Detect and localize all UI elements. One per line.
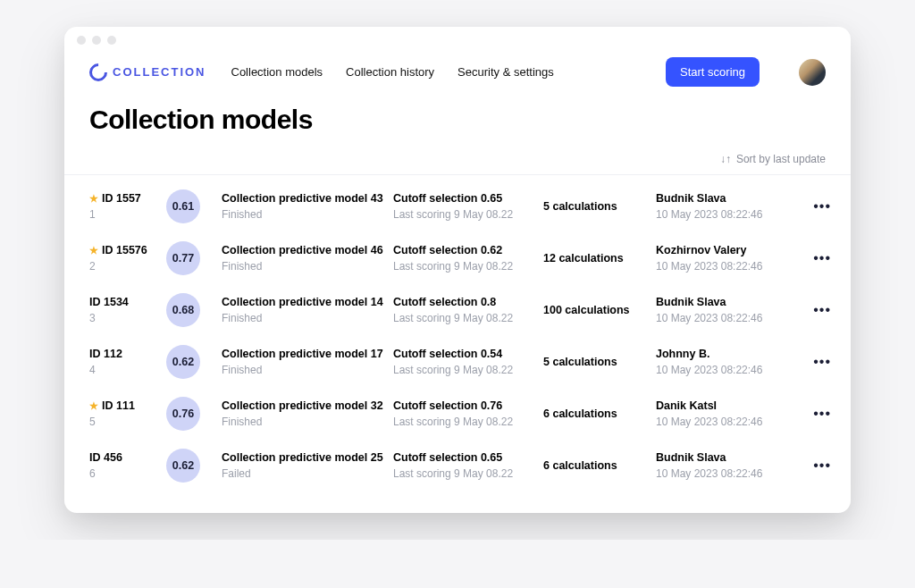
more-icon[interactable]: ••• <box>806 458 831 474</box>
owner-name: Kozhirnov Valery <box>656 244 799 256</box>
more-icon[interactable]: ••• <box>806 198 831 214</box>
top-nav: COLLECTION Collection models Collection … <box>64 50 851 99</box>
window-control-close[interactable] <box>77 36 86 45</box>
nav-collection-models[interactable]: Collection models <box>231 65 323 79</box>
more-icon[interactable]: ••• <box>806 354 831 370</box>
model-name: Collection predictive model 17 <box>222 348 386 360</box>
table-row[interactable]: ID 112 4 0.62 Collection predictive mode… <box>64 336 851 388</box>
model-id: ID 111 <box>102 399 135 412</box>
app-window: COLLECTION Collection models Collection … <box>64 27 851 513</box>
owner-name: Budnik Slava <box>656 296 799 308</box>
cutoff-cell: Cutoff selection 0.65 Last scoring 9 May… <box>393 451 536 480</box>
score-badge: 0.62 <box>166 449 200 483</box>
calculation-count: 5 calculations <box>543 356 649 368</box>
calc-cell: 100 calculations <box>543 304 649 316</box>
id-cell: ★ ID 1557 1 <box>89 192 159 221</box>
calculation-count: 5 calculations <box>543 200 649 213</box>
table-row[interactable]: ID 1534 3 0.68 Collection predictive mod… <box>64 284 851 336</box>
last-scoring: Last scoring 9 May 08.22 <box>393 312 536 324</box>
model-name: Collection predictive model 43 <box>222 192 386 205</box>
cutoff-value: Cutoff selection 0.65 <box>393 192 536 205</box>
sort-label: Sort by last update <box>736 153 826 165</box>
owner-cell: Budnik Slava 10 May 2023 08:22:46 <box>656 192 799 221</box>
cutoff-cell: Cutoff selection 0.8 Last scoring 9 May … <box>393 296 536 324</box>
row-index: 6 <box>89 467 159 480</box>
nav-collection-history[interactable]: Collection history <box>346 65 434 79</box>
cutoff-value: Cutoff selection 0.62 <box>393 244 536 256</box>
calc-cell: 6 calculations <box>543 407 649 420</box>
nav-links: Collection models Collection history Sec… <box>231 65 554 79</box>
model-id: ID 15576 <box>102 244 147 256</box>
row-index: 3 <box>89 312 159 324</box>
id-cell: ★ ID 15576 2 <box>89 244 159 273</box>
cutoff-cell: Cutoff selection 0.76 Last scoring 9 May… <box>393 399 536 428</box>
calc-cell: 6 calculations <box>543 459 649 472</box>
id-cell: ID 1534 3 <box>89 296 159 324</box>
model-id: ID 1557 <box>102 192 141 205</box>
owner-cell: Budnik Slava 10 May 2023 08:22:46 <box>656 451 799 480</box>
model-name: Collection predictive model 32 <box>222 399 386 412</box>
more-icon[interactable]: ••• <box>806 302 831 318</box>
table-row[interactable]: ★ ID 111 5 0.76 Collection predictive mo… <box>64 388 851 440</box>
start-scoring-button[interactable]: Start scoring <box>666 57 760 87</box>
score-badge: 0.77 <box>166 241 200 275</box>
star-icon: ★ <box>89 193 98 205</box>
model-status: Finished <box>222 208 386 221</box>
cutoff-value: Cutoff selection 0.76 <box>393 399 536 412</box>
more-icon[interactable]: ••• <box>806 406 831 422</box>
table-row[interactable]: ID 456 6 0.62 Collection predictive mode… <box>64 440 851 491</box>
model-cell: Collection predictive model 17 Finished <box>222 348 386 376</box>
calculation-count: 6 calculations <box>543 459 649 472</box>
owner-cell: Danik Katsl 10 May 2023 08:22:46 <box>656 399 799 428</box>
model-cell: Collection predictive model 43 Finished <box>222 192 386 221</box>
last-scoring: Last scoring 9 May 08.22 <box>393 467 536 480</box>
model-cell: Collection predictive model 46 Finished <box>222 244 386 273</box>
calc-cell: 12 calculations <box>543 252 649 265</box>
table-row[interactable]: ★ ID 1557 1 0.61 Collection predictive m… <box>64 181 851 232</box>
nav-security-settings[interactable]: Security & settings <box>458 65 554 79</box>
more-icon[interactable]: ••• <box>806 250 831 266</box>
model-name: Collection predictive model 25 <box>222 451 386 464</box>
owner-cell: Johnny B. 10 May 2023 08:22:46 <box>656 348 799 376</box>
model-name: Collection predictive model 46 <box>222 244 386 256</box>
timestamp: 10 May 2023 08:22:46 <box>656 208 799 221</box>
model-status: Finished <box>222 364 386 376</box>
sort-bar[interactable]: ↓↑ Sort by last update <box>64 153 851 175</box>
calc-cell: 5 calculations <box>543 200 649 213</box>
cutoff-cell: Cutoff selection 0.62 Last scoring 9 May… <box>393 244 536 273</box>
model-status: Failed <box>222 467 386 480</box>
owner-cell: Kozhirnov Valery 10 May 2023 08:22:46 <box>656 244 799 273</box>
owner-name: Johnny B. <box>656 348 799 360</box>
sort-icon: ↓↑ <box>720 153 731 165</box>
timestamp: 10 May 2023 08:22:46 <box>656 364 799 376</box>
cutoff-value: Cutoff selection 0.54 <box>393 348 536 360</box>
model-status: Finished <box>222 416 386 428</box>
owner-name: Danik Katsl <box>656 399 799 412</box>
cutoff-value: Cutoff selection 0.8 <box>393 296 536 308</box>
id-cell: ID 456 6 <box>89 451 159 480</box>
calc-cell: 5 calculations <box>543 356 649 368</box>
model-cell: Collection predictive model 14 Finished <box>222 296 386 324</box>
star-icon: ★ <box>89 245 98 256</box>
model-id: ID 112 <box>89 348 122 360</box>
window-titlebar <box>64 27 851 50</box>
row-index: 5 <box>89 416 159 428</box>
avatar[interactable] <box>799 59 826 86</box>
logo-text: COLLECTION <box>113 65 206 79</box>
last-scoring: Last scoring 9 May 08.22 <box>393 208 536 221</box>
window-control-minimize[interactable] <box>92 36 101 45</box>
owner-name: Budnik Slava <box>656 451 799 464</box>
last-scoring: Last scoring 9 May 08.22 <box>393 260 536 273</box>
calculation-count: 6 calculations <box>543 407 649 420</box>
logo[interactable]: COLLECTION <box>89 63 206 81</box>
model-list: ★ ID 1557 1 0.61 Collection predictive m… <box>64 175 851 513</box>
logo-mark-icon <box>86 59 111 84</box>
timestamp: 10 May 2023 08:22:46 <box>656 467 799 480</box>
calculation-count: 100 calculations <box>543 304 649 316</box>
window-control-zoom[interactable] <box>107 36 116 45</box>
model-id: ID 1534 <box>89 296 129 308</box>
owner-cell: Budnik Slava 10 May 2023 08:22:46 <box>656 296 799 324</box>
row-index: 1 <box>89 208 159 221</box>
star-icon: ★ <box>89 400 98 412</box>
table-row[interactable]: ★ ID 15576 2 0.77 Collection predictive … <box>64 232 851 284</box>
